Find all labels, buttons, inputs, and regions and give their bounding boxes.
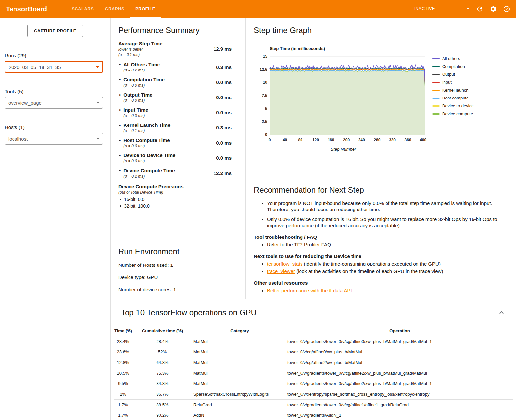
refresh-icon[interactable] bbox=[476, 5, 484, 13]
svg-text:120: 120 bbox=[312, 138, 319, 142]
cumulative-cell: 88.5% bbox=[132, 400, 193, 410]
rec-item-text: Refer to the TF2 Profiler FAQ bbox=[267, 242, 331, 247]
perf-item-label: Host Compute Time bbox=[123, 137, 170, 143]
chart-title: Step Time (in milliseconds) bbox=[270, 46, 430, 51]
average-step-time-label: Average Step Time bbox=[118, 41, 214, 46]
top-ops-table: Time (%)Cumulative time (%)CategoryOpera… bbox=[114, 326, 513, 420]
tools-dropdown-value: overview_page bbox=[8, 100, 42, 106]
table-header-row: Time (%)Cumulative time (%)CategoryOpera… bbox=[114, 326, 513, 336]
chart-main: Step Time (in milliseconds) 02.557.51012… bbox=[257, 46, 430, 152]
legend-item: Output bbox=[432, 72, 473, 77]
perf-item-labels: Device Compute Time(σ = 0.2 ms) bbox=[123, 168, 175, 179]
bullet-icon: • bbox=[119, 92, 121, 103]
average-step-time-sub: lower is better bbox=[118, 47, 214, 52]
main-content: Performance Summary Average Step Time lo… bbox=[110, 18, 516, 420]
perf-item-sigma: (σ = 0.2 ms) bbox=[123, 68, 160, 72]
perf-item-sigma: (σ = 0.0 ms) bbox=[123, 159, 175, 163]
perf-item: •Host Compute Time(σ = 0.0 ms)0.0 ms bbox=[118, 137, 245, 148]
category-cell: ReluGrad bbox=[193, 400, 287, 410]
svg-text:40: 40 bbox=[283, 138, 287, 142]
gear-icon[interactable] bbox=[489, 5, 497, 13]
legend-label: Device to device bbox=[442, 103, 473, 108]
svg-text:400: 400 bbox=[420, 138, 426, 142]
svg-text:200: 200 bbox=[343, 138, 350, 142]
perf-item-labels: Device to Device Time(σ = 0.0 ms) bbox=[123, 153, 175, 163]
legend-swatch bbox=[432, 58, 440, 59]
perf-item-label: Kernel Launch Time bbox=[123, 122, 170, 128]
svg-text:15: 15 bbox=[263, 54, 268, 59]
runs-dropdown-value: 2020_03_05_18_31_35 bbox=[9, 64, 61, 70]
legend-swatch bbox=[432, 74, 440, 75]
tools-dropdown[interactable]: overview_page bbox=[5, 97, 103, 109]
cumulative-cell: 28.4% bbox=[132, 336, 193, 347]
perf-item-label: Device to Device Time bbox=[123, 153, 175, 158]
tab-graphs[interactable]: GRAPHS bbox=[100, 0, 130, 18]
legend-item: Device compute bbox=[432, 111, 473, 116]
perf-item-sigma: (σ = 0.0 ms) bbox=[123, 113, 148, 118]
top-ops-title: Top 10 TensorFlow operations on GPU bbox=[121, 308, 257, 317]
bullet-icon: • bbox=[119, 153, 121, 163]
legend-label: Input bbox=[442, 80, 452, 85]
top-ops-thead: Time (%)Cumulative time (%)CategoryOpera… bbox=[114, 326, 513, 336]
legend-item: Kernel launch bbox=[432, 88, 473, 93]
caret-down-icon bbox=[96, 102, 100, 104]
table-row: 1.7%88.5%ReluGradtower_0/v/gradients/tow… bbox=[114, 400, 513, 410]
perf-item-sigma: (σ = 0.0 ms) bbox=[123, 83, 165, 88]
svg-text:160: 160 bbox=[328, 138, 334, 142]
perf-item-label: Compilation Time bbox=[123, 77, 165, 82]
perf-item-labels: Host Compute Time(σ = 0.0 ms) bbox=[123, 137, 170, 148]
category-cell: MatMul bbox=[193, 347, 287, 357]
tab-profile[interactable]: PROFILE bbox=[130, 0, 161, 18]
runs-dropdown[interactable]: 2020_03_05_18_31_35 bbox=[5, 61, 103, 73]
capture-profile-button[interactable]: CAPTURE PROFILE bbox=[27, 25, 83, 37]
summary-column: Performance Summary Average Step Time lo… bbox=[111, 18, 246, 299]
chevron-up-icon[interactable] bbox=[498, 309, 505, 318]
svg-text:7.5: 7.5 bbox=[262, 93, 267, 98]
cumulative-cell: 90.2% bbox=[132, 410, 193, 420]
perf-item-value: 0.0 ms bbox=[216, 79, 232, 85]
hosts-dropdown[interactable]: localhost bbox=[5, 133, 103, 145]
app-title: TensorBoard bbox=[6, 5, 47, 13]
runs-label: Runs (29) bbox=[5, 53, 110, 58]
precisions-list: 16-bit: 0.032-bit: 100.0 bbox=[118, 197, 245, 209]
rec-link[interactable]: Better performance with the tf.data API bbox=[267, 288, 352, 293]
time-cell: 2% bbox=[114, 389, 132, 400]
rec-section-list: tensorflow_stats (identify the time-cons… bbox=[254, 261, 516, 274]
hosts-label: Hosts (1) bbox=[5, 125, 110, 130]
perf-item-left: •Kernel Launch Time(σ = 0.1 ms) bbox=[118, 122, 216, 133]
perf-item-value: 0.0 ms bbox=[216, 140, 232, 146]
cumulative-cell: 52% bbox=[132, 347, 193, 357]
perf-item-left: •Compilation Time(σ = 0.0 ms) bbox=[118, 77, 216, 88]
status-dropdown[interactable]: INACTIVE bbox=[414, 5, 470, 13]
column-header: Time (%) bbox=[114, 326, 132, 336]
perf-item-left: •All Others Time(σ = 0.2 ms) bbox=[118, 62, 216, 72]
legend-label: Host compute bbox=[442, 96, 469, 100]
run-environment-section: Run Environment Number of Hosts used: 1D… bbox=[111, 237, 245, 292]
legend-label: Output bbox=[442, 72, 455, 77]
perf-item-labels: Compilation Time(σ = 0.0 ms) bbox=[123, 77, 165, 88]
step-time-chart: 02.557.51012.515040801201602002402803203… bbox=[257, 54, 430, 145]
tensorboard-app: TensorBoard SCALARSGRAPHSPROFILE INACTIV… bbox=[0, 0, 516, 420]
time-cell: 1.7% bbox=[114, 410, 132, 420]
table-row: 10.5%75.3%MatMultower_0/v/gradients/towe… bbox=[114, 368, 513, 378]
rec-link[interactable]: trace_viewer bbox=[267, 268, 295, 274]
average-step-time-value: 12.9 ms bbox=[214, 46, 232, 52]
rec-item: trace_viewer (look at the activities on … bbox=[267, 268, 516, 274]
legend-swatch bbox=[432, 113, 440, 115]
caret-down-icon bbox=[96, 138, 100, 140]
rec-link[interactable]: tensorflow_stats bbox=[267, 261, 302, 266]
help-icon[interactable]: ? bbox=[503, 5, 511, 13]
rec-section-list: Better performance with the tf.data API bbox=[254, 287, 516, 294]
precision-item: 16-bit: 0.0 bbox=[120, 197, 245, 202]
legend-item: Compilation bbox=[432, 64, 473, 69]
hosts-dropdown-value: localhost bbox=[8, 136, 28, 142]
perf-items: •All Others Time(σ = 0.2 ms)0.3 ms•Compi… bbox=[118, 62, 245, 179]
rec-item: tensorflow_stats (identify the time-cons… bbox=[267, 261, 516, 267]
operation-cell: tower_0/v/gradients/tower_0/v/cg/affine1… bbox=[287, 400, 513, 410]
legend-item: Host compute bbox=[432, 96, 473, 100]
run-env-line: Number of Hosts used: 1 bbox=[118, 262, 245, 268]
tab-scalars[interactable]: SCALARS bbox=[66, 0, 99, 18]
run-environment-lines: Number of Hosts used: 1Device type: GPUN… bbox=[118, 262, 245, 292]
rec-item-text: (identify the time-consuming operations … bbox=[302, 261, 441, 266]
perf-item-value: 0.0 ms bbox=[216, 155, 232, 161]
